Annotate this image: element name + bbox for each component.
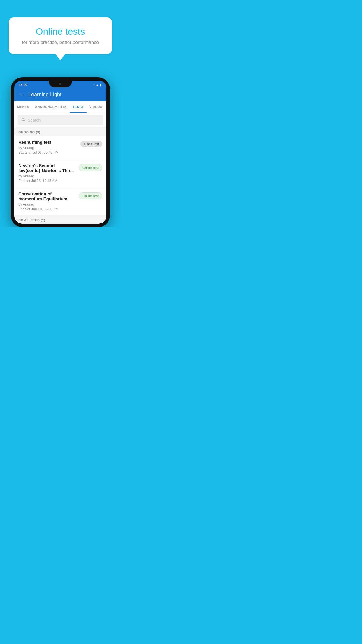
test-list: Reshuffling test by Anurag Starts at Jul…: [14, 136, 106, 216]
list-item[interactable]: Conservation of momentum-Equilibrium by …: [14, 187, 106, 216]
test-date: Ends at Jul 06, 10:45 AM: [18, 179, 76, 183]
phone-notch: [49, 81, 72, 87]
status-badge: Online Test: [79, 164, 102, 171]
search-icon: [21, 118, 25, 123]
phone-screen: ← Learning Light MENTS ANNOUNCEMENTS TES…: [14, 88, 106, 224]
status-bar: 14:29 ▾ ▲ ▮: [14, 81, 106, 88]
wifi-icon: ▾: [93, 83, 95, 87]
test-name: Reshuffling test: [18, 140, 78, 145]
ongoing-section-header: ONGOING (3): [14, 127, 106, 136]
app-title: Learning Light: [28, 92, 61, 98]
signal-icon: ▲: [96, 83, 99, 87]
hero-title: Online tests: [20, 26, 100, 37]
test-name: Conservation of momentum-Equilibrium: [18, 191, 76, 201]
svg-point-0: [22, 118, 24, 120]
tab-videos[interactable]: VIDEOS: [87, 102, 106, 113]
app-header: ← Learning Light: [14, 88, 106, 102]
camera: [59, 83, 61, 85]
back-button[interactable]: ←: [19, 91, 25, 98]
list-item[interactable]: Reshuffling test by Anurag Starts at Jul…: [14, 136, 106, 159]
speech-bubble: Online tests for more practice, better p…: [9, 18, 112, 54]
hero-section: Online tests for more practice, better p…: [0, 0, 121, 63]
hero-subtitle: for more practice, better performance: [20, 40, 100, 45]
search-bar[interactable]: Search: [18, 115, 103, 125]
battery-icon: ▮: [100, 83, 102, 87]
test-info: Newton's Second law(contd)-Newton's Thir…: [18, 163, 79, 183]
test-by: by Anurag: [18, 202, 76, 206]
tab-announcements[interactable]: ANNOUNCEMENTS: [32, 102, 70, 113]
test-date: Starts at Jul 05, 05:45 PM: [18, 150, 78, 155]
status-time: 14:29: [19, 83, 27, 87]
status-badge: Class Test: [80, 141, 102, 147]
tab-tests[interactable]: TESTS: [70, 102, 87, 113]
search-placeholder: Search: [28, 118, 41, 123]
phone-mockup: 14:29 ▾ ▲ ▮ ← Learning Light MENTS ANNOU…: [11, 77, 110, 227]
tab-ments[interactable]: MENTS: [14, 102, 32, 113]
svg-line-1: [24, 120, 25, 121]
test-name: Newton's Second law(contd)-Newton's Thir…: [18, 163, 76, 173]
test-by: by Anurag: [18, 174, 76, 178]
test-info: Reshuffling test by Anurag Starts at Jul…: [18, 140, 80, 155]
test-info: Conservation of momentum-Equilibrium by …: [18, 191, 79, 211]
status-badge: Online Test: [79, 192, 102, 200]
list-item[interactable]: Newton's Second law(contd)-Newton's Thir…: [14, 159, 106, 187]
status-icons: ▾ ▲ ▮: [93, 83, 102, 87]
test-date: Ends at Jun 10, 06:00 PM: [18, 207, 76, 211]
test-by: by Anurag: [18, 146, 78, 150]
completed-section-header: COMPLETED (1): [14, 216, 106, 224]
tabs-container: MENTS ANNOUNCEMENTS TESTS VIDEOS: [14, 102, 106, 113]
search-container: Search: [14, 113, 106, 127]
